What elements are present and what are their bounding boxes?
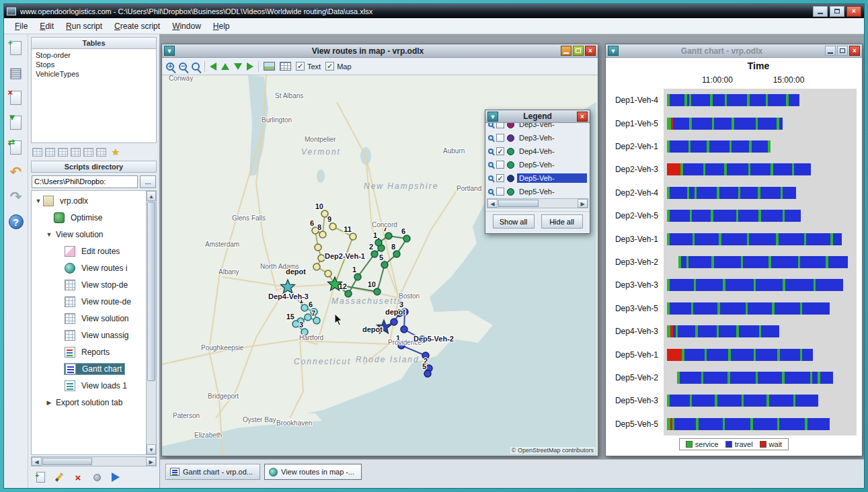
route-timeline-bar[interactable]	[667, 140, 771, 153]
expander-icon[interactable]: ▶	[45, 399, 53, 406]
menu-item-run-script[interactable]: Run script	[61, 19, 108, 33]
maximize-button[interactable]	[573, 46, 584, 56]
wizard-button[interactable]: ★	[109, 147, 120, 157]
toggle-text[interactable]: ✓Text	[296, 62, 321, 71]
script-tree-item-view-loads-1[interactable]: View loads 1	[32, 377, 146, 394]
script-tree-item-view-route-de[interactable]: View route-de	[32, 293, 146, 310]
menu-item-file[interactable]: File	[9, 19, 33, 33]
export-table-button[interactable]	[96, 148, 106, 157]
pan-right-button[interactable]	[247, 63, 253, 71]
route-timeline-bar[interactable]	[667, 279, 843, 291]
menu-item-help[interactable]: Help	[208, 19, 235, 33]
route-timeline-bar[interactable]	[667, 210, 801, 222]
route-visible-checkbox[interactable]: ✓	[496, 174, 504, 182]
script-tree-item-vrp-odlx[interactable]: ▼vrp.odlx	[32, 192, 146, 209]
script-tree-item-view-unassig[interactable]: View unassig	[32, 327, 146, 343]
script-tree-item-gantt-chart[interactable]: Gantt chart	[32, 360, 146, 377]
table-item-vehicletypes[interactable]: VehicleTypes	[32, 69, 156, 79]
redo-button[interactable]: ↷	[7, 188, 26, 206]
legend-row[interactable]: Dep3-Veh-	[487, 131, 588, 145]
expander-icon[interactable]: ▼	[45, 231, 53, 238]
scroll-down-icon[interactable]: ▼	[147, 444, 156, 454]
text-checkbox[interactable]: ✓	[296, 62, 305, 71]
route-timeline-bar[interactable]	[667, 418, 830, 430]
hide-all-button[interactable]: Hide all	[541, 214, 583, 229]
script-tree-item-optimise[interactable]: Optimise	[32, 209, 146, 226]
script-tree-item-edit-routes[interactable]: Edit routes	[32, 243, 146, 259]
zoom-to-route-icon[interactable]	[488, 135, 494, 140]
route-timeline-bar[interactable]	[667, 233, 842, 245]
minimize-button[interactable]	[813, 6, 828, 17]
delete-item-button[interactable]: ×	[7, 88, 26, 107]
legend-row[interactable]: Dep5-Veh-	[487, 185, 588, 197]
pan-left-button[interactable]	[210, 63, 216, 71]
map-viewport[interactable]: 68109111212417685101671533125 VermontNew…	[162, 75, 598, 456]
menu-item-window[interactable]: Window	[167, 19, 206, 33]
scrollbar-thumb[interactable]	[147, 202, 155, 381]
scroll-right-icon[interactable]: ▶	[146, 457, 156, 466]
run-script-button[interactable]	[109, 470, 122, 484]
close-icon[interactable]: ×	[577, 112, 588, 122]
legend-row[interactable]: ✓Dep4-Veh-	[487, 145, 588, 158]
route-timeline-bar[interactable]	[667, 187, 796, 199]
legend-row[interactable]: Dep3-Veh-	[487, 123, 588, 131]
route-timeline-bar[interactable]	[667, 163, 811, 175]
minimize-button[interactable]	[825, 46, 836, 56]
pan-down-button[interactable]	[234, 63, 242, 70]
tables-list[interactable]: Stop-orderStopsVehicleTypes	[31, 49, 157, 143]
script-tree-item-view-solution[interactable]: ▼View solution	[32, 226, 146, 243]
route-visible-checkbox[interactable]	[496, 188, 504, 196]
expander-icon[interactable]: ▼	[34, 198, 42, 204]
close-button[interactable]: ×	[849, 46, 860, 56]
menu-item-create-script[interactable]: Create script	[109, 19, 165, 33]
add-item-button[interactable]: +	[7, 38, 26, 57]
route-timeline-bar[interactable]	[667, 325, 779, 337]
scripts-directory-input[interactable]	[32, 175, 138, 188]
script-options-button[interactable]	[90, 470, 104, 484]
scroll-right-icon[interactable]: ▶	[578, 199, 588, 208]
table-item-stop-order[interactable]: Stop-order	[32, 50, 156, 60]
legend-titlebar[interactable]: ▼ Legend ×	[485, 110, 590, 123]
legend-row[interactable]: Dep5-Veh-	[487, 158, 588, 171]
route-visible-checkbox[interactable]	[496, 134, 504, 142]
scroll-up-icon[interactable]: ▲	[147, 191, 156, 201]
paste-table-button[interactable]	[58, 148, 68, 157]
script-tree-item-view-stop-de[interactable]: View stop-de	[32, 276, 146, 293]
edit-script-button[interactable]	[52, 470, 66, 484]
zoom-out-button[interactable]: −	[179, 63, 187, 71]
toggle-map[interactable]: ✓Map	[325, 62, 351, 71]
taskbar-button-gantt-chart-vrp-od[interactable]: Gantt chart - vrp.od...	[165, 464, 260, 480]
map-checkbox[interactable]: ✓	[325, 62, 334, 71]
zoom-to-route-icon[interactable]	[488, 123, 494, 127]
route-visible-checkbox[interactable]	[496, 161, 504, 169]
delete-script-button[interactable]: ×	[71, 470, 85, 484]
zoom-in-button[interactable]: +	[166, 63, 174, 71]
browse-button[interactable]: ...	[140, 175, 156, 188]
zoom-to-route-icon[interactable]	[488, 189, 494, 194]
route-timeline-bar[interactable]	[667, 302, 830, 315]
script-tree-item-view-routes-i[interactable]: View routes i	[32, 259, 146, 276]
window-menu-icon[interactable]: ▼	[487, 112, 498, 122]
taskbar-button-view-routes-in-map[interactable]: View routes in map -...	[264, 464, 362, 480]
grid-view-button[interactable]	[280, 62, 291, 71]
gantt-window-titlebar[interactable]: ▼ Gantt chart - vrp.odlx ×	[606, 44, 862, 58]
maximize-button[interactable]	[830, 6, 844, 17]
route-visible-checkbox[interactable]	[496, 123, 504, 128]
snapshot-button[interactable]	[264, 62, 275, 71]
minimize-button[interactable]	[561, 46, 571, 56]
zoom-fit-button[interactable]	[192, 63, 200, 71]
new-script-button[interactable]: +	[34, 470, 47, 484]
pan-up-button[interactable]	[221, 63, 229, 70]
show-all-button[interactable]: Show all	[493, 214, 535, 229]
route-visible-checkbox[interactable]: ✓	[496, 147, 504, 155]
scrollbar-thumb[interactable]	[42, 458, 92, 465]
script-tree-item-export-solution-tab[interactable]: ▶Export solution tab	[32, 394, 146, 411]
undo-button[interactable]: ↶	[7, 163, 26, 181]
route-timeline-bar[interactable]	[667, 349, 813, 361]
window-menu-icon[interactable]: ▼	[164, 46, 175, 56]
zoom-to-route-icon[interactable]	[488, 162, 494, 167]
add-table-button[interactable]	[32, 148, 42, 157]
close-button[interactable]: ×	[846, 6, 861, 17]
menu-item-edit[interactable]: Edit	[34, 19, 59, 33]
scroll-left-icon[interactable]: ◀	[487, 199, 498, 208]
